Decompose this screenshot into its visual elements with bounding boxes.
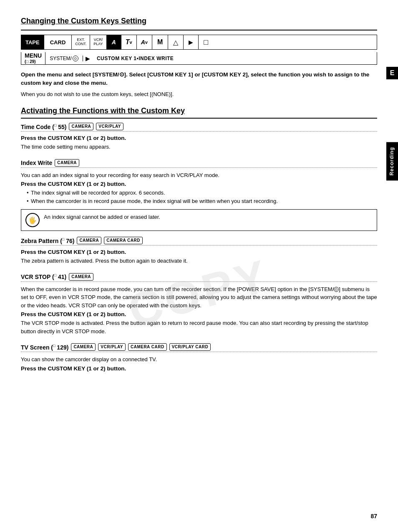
badge-vcrplay-tc: VCR/PLAY — [96, 123, 123, 130]
index-write-label: Index Write — [21, 160, 52, 166]
iw-body1: You can add an index signal to your reco… — [21, 171, 377, 180]
iw-info-text: An index signal cannot be added or erase… — [44, 213, 160, 221]
section1-title: Changing the Custom Keys Setting — [21, 17, 377, 25]
time-code-label: Time Code (□ 55) — [21, 123, 66, 130]
zp-press-label: Press the CUSTOM KEY (1 or 2) button. — [21, 249, 377, 255]
menu-system: SYSTEM/⊙ — [45, 56, 83, 61]
menu-label-text: MENU — [25, 52, 42, 59]
intro-bold-text: Open the menu and select [SYSTEM/⊙]. Sel… — [21, 71, 377, 88]
menu-icon-a: A — [107, 35, 121, 49]
menu-sub-text: (□ 29) — [25, 59, 36, 64]
tv-screen-heading: TV Screen (□ 129) CAMERA VCR/PLAY CAMERA… — [21, 343, 377, 351]
badge-camera-tc: CAMERA — [69, 123, 93, 130]
item-time-code: Time Code (□ 55) CAMERA VCR/PLAY Press t… — [21, 123, 377, 151]
iw-info-box: 🖐 An index signal cannot be added or era… — [21, 209, 377, 231]
time-code-heading: Time Code (□ 55) CAMERA VCR/PLAY — [21, 123, 377, 130]
tv-screen-label: TV Screen (□ 129) — [21, 344, 68, 351]
item-index-write: Index Write CAMERA You can add an index … — [21, 159, 377, 231]
e-tab: E — [386, 67, 398, 79]
system-text: SYSTEM/ — [50, 56, 72, 61]
iw-dotted-hr — [21, 167, 377, 168]
menu-icon-play: ▶ — [184, 35, 199, 49]
vs-body2: The VCR STOP mode is activated. Press th… — [21, 319, 377, 335]
zp-dotted-hr — [21, 245, 377, 246]
menu-icon-tv: Tv — [121, 35, 137, 49]
ts-press-label: Press the CUSTOM KEY (1 or 2) button. — [21, 365, 377, 372]
section1-hr — [21, 30, 377, 30]
intro-normal-text: When you do not wish to use the custom k… — [21, 90, 377, 99]
badge-vcrplay-card-ts: VCR/PLAY CARD — [169, 343, 211, 351]
menu-custom-key-text: CUSTOM KEY 1•INDEX WRITE — [93, 56, 178, 61]
circle-check-icon: ⊙ — [73, 56, 78, 61]
info-icon: 🖐 — [25, 213, 40, 227]
ts-body1: You can show the camcorder display on a … — [21, 355, 377, 364]
tc-press-label: Press the CUSTOM KEY (1 or 2) button. — [21, 135, 377, 141]
vs-dotted-hr — [21, 281, 377, 282]
ts-dotted-hr — [21, 352, 377, 352]
tc-dotted-hr — [21, 131, 377, 132]
section2-title: Activating the Functions with the Custom… — [21, 106, 377, 115]
menu-tab-vcr-play: VCR/PLAY — [90, 35, 106, 49]
vs-press-label: Press the CUSTOM KEY (1 or 2) button. — [21, 311, 377, 317]
section2-hr — [21, 118, 377, 119]
page-number: 87 — [370, 513, 377, 519]
menu-bar-row1: TAPE CARD EXT.CONT. VCR/PLAY A Tv Av M △… — [21, 35, 377, 50]
badge-camera-card-ts: CAMERA CARD — [128, 343, 167, 351]
badge-camera-iw: CAMERA — [55, 159, 79, 167]
iw-bullets: The index signal will be recorded for ap… — [27, 189, 377, 205]
index-write-heading: Index Write CAMERA — [21, 159, 377, 167]
vcr-stop-label: VCR STOP (□ 41) — [21, 273, 66, 280]
item-vcr-stop: VCR STOP (□ 41) CAMERA When the camcorde… — [21, 273, 377, 336]
badge-camera-card-zp: CAMERA CARD — [104, 237, 143, 244]
menu-tab-ext-cont: EXT.CONT. — [72, 35, 90, 49]
item-tv-screen: TV Screen (□ 129) CAMERA VCR/PLAY CAMERA… — [21, 343, 377, 372]
badge-camera-ts: CAMERA — [71, 343, 96, 351]
iw-press-label: Press the CUSTOM KEY (1 or 2) button. — [21, 181, 377, 187]
badge-vcrplay-ts: VCR/PLAY — [98, 343, 126, 351]
menu-icon-square: □ — [199, 35, 213, 49]
zp-body: The zebra pattern is activated. Press th… — [21, 257, 377, 265]
zebra-heading: Zebra Pattern (□ 76) CAMERA CAMERA CARD — [21, 237, 377, 244]
menu-bar-row2: MENU (□ 29) SYSTEM/⊙ ▶ CUSTOM KEY 1•INDE… — [21, 52, 377, 65]
menu-tab-card[interactable]: CARD — [44, 35, 72, 49]
side-tab-recording: Recording — [386, 142, 398, 180]
vs-body1: When the camcorder is in record pause mo… — [21, 285, 377, 310]
item-zebra-pattern: Zebra Pattern (□ 76) CAMERA CAMERA CARD … — [21, 237, 377, 265]
badge-camera-vs: CAMERA — [69, 273, 93, 281]
menu-label: MENU (□ 29) — [21, 52, 45, 64]
zebra-label: Zebra Pattern (□ 76) — [21, 237, 74, 244]
menu-arrow: ▶ — [83, 55, 93, 62]
menu-icon-m: M — [152, 35, 168, 49]
vcr-stop-heading: VCR STOP (□ 41) CAMERA — [21, 273, 377, 281]
menu-icon-av: Av — [137, 35, 152, 49]
badge-camera-zp: CAMERA — [77, 237, 101, 244]
menu-tab-tape[interactable]: TAPE — [21, 35, 44, 49]
iw-bullet-1: The index signal will be recorded for ap… — [27, 189, 377, 197]
menu-icon-triangle: △ — [168, 35, 184, 49]
tc-body: The time code setting menu appears. — [21, 143, 377, 151]
iw-bullet-2: When the camcorder is in record pause mo… — [27, 197, 377, 205]
